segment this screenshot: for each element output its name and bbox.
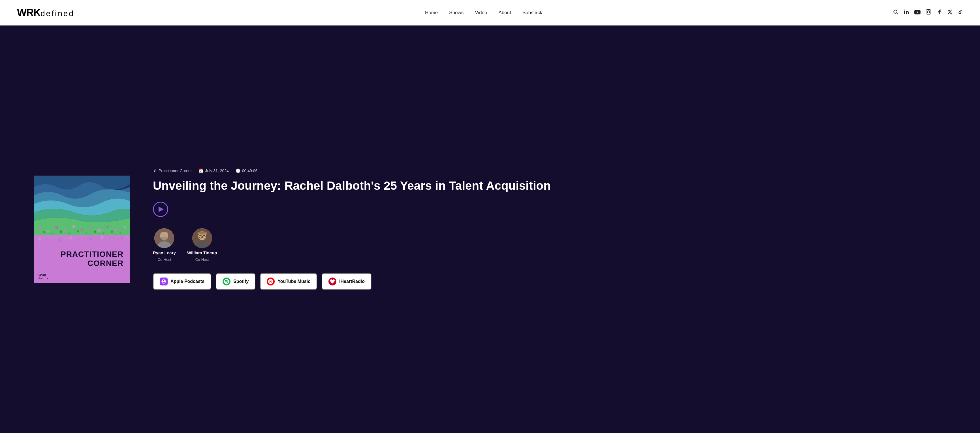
hosts-list: Ryan Leary Co-Host — [153, 228, 946, 262]
spotify-button[interactable]: Spotify — [216, 273, 255, 290]
apple-podcasts-label: Apple Podcasts — [170, 279, 204, 284]
svg-point-30 — [48, 236, 51, 239]
logo-sub: defined — [40, 9, 75, 18]
youtube-icon[interactable] — [914, 10, 921, 16]
social-icons — [893, 9, 963, 16]
svg-point-8 — [38, 226, 41, 229]
show-name: Practitioner Corner — [159, 169, 192, 173]
show-category: 🎙 Practitioner Corner — [153, 169, 192, 173]
svg-line-1 — [897, 13, 898, 14]
svg-point-22 — [68, 232, 70, 234]
linkedin-icon[interactable] — [904, 9, 909, 16]
spotify-icon — [223, 277, 231, 285]
svg-point-12 — [72, 225, 75, 228]
ryan-avatar — [154, 228, 174, 248]
cover-art: PRACTITIONER CORNER WRK defined — [34, 175, 130, 283]
svg-point-24 — [86, 232, 87, 234]
date-value: July 31, 2024 — [205, 169, 229, 173]
svg-point-0 — [894, 10, 897, 13]
streaming-buttons: Apple Podcasts Spotify YouTube Music — [153, 273, 946, 290]
apple-podcasts-button[interactable]: Apple Podcasts — [153, 273, 211, 290]
svg-point-20 — [51, 233, 53, 234]
play-icon — [159, 207, 164, 212]
nav-video[interactable]: Video — [475, 10, 487, 15]
calendar-icon: 📅 — [199, 169, 204, 173]
svg-point-44 — [197, 232, 207, 234]
svg-point-18 — [124, 226, 126, 229]
svg-point-25 — [94, 231, 96, 233]
iheartradio-label: iHeartRadio — [339, 279, 365, 284]
william-name: William Tincup — [187, 250, 217, 255]
facebook-icon[interactable] — [936, 9, 942, 16]
episode-duration: 🕐 00:49:06 — [235, 169, 258, 173]
svg-point-11 — [64, 229, 66, 231]
william-role: Co-Host — [196, 258, 209, 262]
svg-point-35 — [100, 235, 104, 239]
episode-date: 📅 July 31, 2024 — [199, 169, 229, 173]
nav-substack[interactable]: Substack — [522, 10, 542, 15]
search-icon[interactable] — [893, 9, 899, 16]
episode-content: 🎙 Practitioner Corner 📅 July 31, 2024 🕐 … — [153, 169, 946, 290]
svg-point-16 — [107, 225, 109, 228]
ryan-name: Ryan Leary — [153, 250, 176, 255]
episode-meta: 🎙 Practitioner Corner 📅 July 31, 2024 🕐 … — [153, 169, 946, 173]
svg-point-5 — [928, 11, 930, 13]
svg-point-28 — [119, 232, 121, 234]
svg-point-31 — [57, 238, 62, 242]
svg-point-23 — [77, 230, 79, 232]
svg-point-10 — [55, 226, 58, 229]
instagram-icon[interactable] — [926, 9, 931, 16]
header: WRKdefined Home Shows Video About Substa… — [0, 0, 980, 25]
main-nav: Home Shows Video About Substack — [425, 10, 542, 16]
episode-title: Unveiling the Journey: Rachel Dalboth's … — [153, 179, 946, 193]
cover-art-brand: WRK defined — [38, 274, 51, 280]
cover-art-top — [34, 175, 130, 235]
nav-about[interactable]: About — [499, 10, 511, 15]
svg-point-40 — [160, 232, 168, 237]
nav-links: Home Shows Video About Substack — [425, 10, 542, 16]
iheartradio-button[interactable]: iHeartRadio — [322, 273, 372, 290]
main-content: PRACTITIONER CORNER WRK defined 🎙 Practi… — [0, 25, 980, 433]
svg-point-3 — [904, 10, 905, 11]
duration-value: 00:49:06 — [242, 169, 258, 173]
nav-shows[interactable]: Shows — [449, 10, 463, 15]
svg-point-15 — [97, 229, 101, 232]
svg-point-19 — [43, 231, 45, 233]
iheartradio-icon — [328, 277, 336, 285]
svg-point-6 — [930, 11, 930, 11]
svg-rect-4 — [926, 10, 931, 14]
youtube-music-button[interactable]: YouTube Music — [260, 273, 317, 290]
svg-point-13 — [81, 228, 84, 231]
ryan-role: Co-Host — [158, 258, 171, 262]
clock-icon: 🕐 — [235, 169, 240, 173]
svg-point-29 — [38, 237, 41, 241]
svg-point-27 — [111, 231, 113, 233]
cover-art-show-name: PRACTITIONER CORNER — [60, 250, 124, 268]
host-ryan: Ryan Leary Co-Host — [153, 228, 176, 262]
tiktok-icon[interactable] — [958, 9, 963, 16]
svg-point-36 — [110, 238, 113, 241]
apple-podcasts-icon — [160, 277, 168, 285]
youtube-music-icon — [267, 277, 275, 285]
logo-main: WRK — [17, 7, 40, 18]
host-william: William Tincup Co-Host — [187, 228, 217, 262]
svg-point-32 — [69, 236, 72, 239]
microphone-icon: 🎙 — [153, 169, 157, 173]
svg-point-17 — [115, 228, 118, 231]
twitter-icon[interactable] — [947, 9, 953, 16]
svg-point-21 — [60, 231, 62, 233]
svg-point-26 — [102, 232, 104, 234]
svg-point-14 — [89, 226, 92, 228]
site-logo[interactable]: WRKdefined — [17, 7, 75, 19]
william-avatar — [192, 228, 212, 248]
spotify-label: Spotify — [233, 279, 248, 284]
youtube-music-label: YouTube Music — [277, 279, 310, 284]
svg-point-9 — [47, 230, 49, 232]
svg-point-33 — [79, 235, 83, 238]
nav-home[interactable]: Home — [425, 10, 438, 15]
svg-rect-2 — [904, 11, 905, 14]
play-button[interactable] — [153, 202, 168, 217]
svg-point-34 — [89, 237, 92, 240]
svg-point-37 — [120, 236, 124, 239]
cover-art-bottom: PRACTITIONER CORNER WRK defined — [34, 235, 130, 283]
